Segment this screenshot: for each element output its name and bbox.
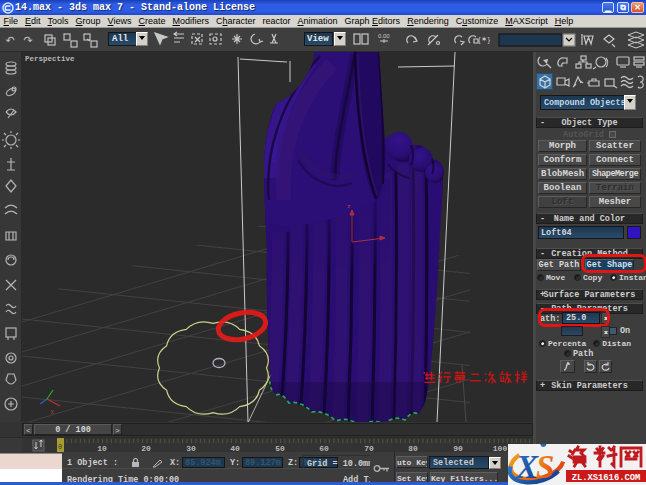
svg-text:x: x	[50, 408, 54, 416]
svg-text:0.00: 0.00	[378, 33, 390, 39]
svg-text:{✶}: {✶}	[478, 35, 490, 44]
svg-text:ZL.XS1616.COM: ZL.XS1616.COM	[572, 473, 641, 483]
svg-text:z: z	[347, 203, 351, 210]
svg-text:0: 0	[58, 443, 62, 451]
svg-text:Perspective: Perspective	[25, 55, 75, 63]
svg-text:S: S	[536, 449, 554, 485]
